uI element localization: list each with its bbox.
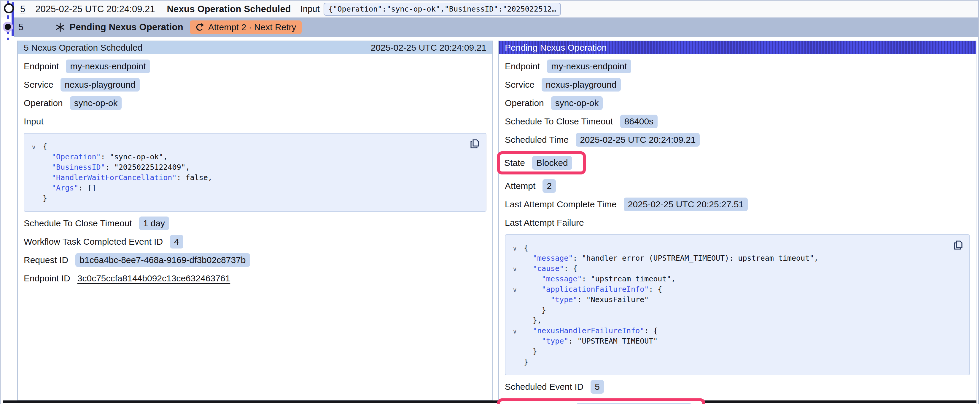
field-value-chip: my-nexus-endpoint bbox=[547, 60, 631, 73]
field-value-chip: 2025-02-25 UTC 20:25:27.51 bbox=[624, 198, 748, 211]
event-timestamp: 2025-02-25 UTC 20:24:09.21 bbox=[35, 4, 155, 14]
field-label: Operation bbox=[24, 98, 63, 108]
field-value-chip: nexus-playground bbox=[542, 78, 621, 92]
field-row: Scheduled Time2025-02-25 UTC 20:24:09.21 bbox=[505, 133, 970, 147]
annotation-highlight-box: StateBlocked bbox=[497, 151, 586, 174]
panel-timestamp: 2025-02-25 UTC 20:24:09.21 bbox=[371, 43, 487, 53]
field-value-chip: 1 day bbox=[139, 217, 169, 230]
field-label: Operation bbox=[505, 98, 544, 108]
field-value-chip: 86400s bbox=[620, 115, 658, 128]
failure-json-viewer: ∨{"message": "handler error (UPSTREAM_TI… bbox=[505, 234, 970, 375]
json-line: }, bbox=[524, 315, 962, 325]
json-line: } bbox=[43, 193, 479, 203]
json-line: ∨"cause": { bbox=[524, 263, 962, 274]
timeline-open-circle-icon bbox=[4, 3, 14, 13]
field-row: Endpoint ID3c0c75ccfa8144b092c13ce632463… bbox=[24, 272, 487, 285]
field-value-chip: 5 bbox=[590, 380, 604, 394]
field-label: Workflow Task Completed Event ID bbox=[24, 237, 163, 247]
panel-body: Endpointmy-nexus-endpointServicenexus-pl… bbox=[18, 54, 492, 291]
field-value-link[interactable]: 3c0c75ccfa8144b092c13ce632463761 bbox=[77, 273, 230, 284]
field-row: Last Attempt Complete Time2025-02-25 UTC… bbox=[505, 198, 970, 211]
pending-operation-panel: Pending Nexus Operation Endpointmy-nexus… bbox=[498, 41, 977, 404]
json-line: "HandlerWaitForCancellation": false, bbox=[43, 173, 479, 183]
json-line: "BusinessID": "20250225122409", bbox=[43, 162, 479, 173]
field-row: Endpointmy-nexus-endpoint bbox=[24, 60, 487, 73]
collapse-chevron-icon[interactable]: ∨ bbox=[512, 326, 517, 337]
panel-body: Endpointmy-nexus-endpointServicenexus-pl… bbox=[499, 54, 976, 404]
event-id-link[interactable]: 5 bbox=[18, 22, 24, 33]
event-input-preview[interactable]: {"Operation":"sync-op-ok","BusinessID":"… bbox=[324, 3, 561, 16]
field-label: Schedule To Close Timeout bbox=[505, 116, 613, 127]
copy-icon[interactable] bbox=[469, 138, 480, 150]
json-line: "Operation": "sync-op-ok", bbox=[43, 152, 479, 162]
json-line: ∨"nexusHandlerFailureInfo": { bbox=[524, 325, 962, 336]
copy-icon[interactable] bbox=[952, 239, 963, 251]
event-detail-header: 5 Nexus Operation Scheduled 2025-02-25 U… bbox=[18, 41, 492, 54]
collapse-chevron-icon[interactable]: ∨ bbox=[512, 244, 517, 254]
collapse-chevron-icon[interactable]: ∨ bbox=[32, 142, 36, 152]
field-value-chip: nexus-playground bbox=[60, 78, 140, 92]
field-value-chip: my-nexus-endpoint bbox=[66, 60, 150, 73]
field-label: State bbox=[504, 158, 525, 168]
retry-badge[interactable]: Attempt 2 · Next Retry bbox=[190, 21, 302, 34]
field-label: Input bbox=[24, 116, 44, 127]
history-view: 5 2025-02-25 UTC 20:24:09.21 Nexus Opera… bbox=[0, 0, 979, 404]
field-value-chip: sync-op-ok bbox=[70, 96, 122, 110]
field-row: Attempt2 bbox=[505, 179, 970, 193]
pending-operation-header: Pending Nexus Operation bbox=[499, 41, 976, 54]
field-value-chip: b1c6a4bc-8ee7-468a-9169-df3b02c8737b bbox=[75, 253, 250, 267]
event-id-link[interactable]: 5 bbox=[20, 4, 25, 14]
collapse-chevron-icon[interactable]: ∨ bbox=[512, 264, 517, 274]
field-label: Service bbox=[24, 80, 53, 90]
field-label: Scheduled Event ID bbox=[505, 382, 584, 392]
timeline-filled-circle-icon bbox=[5, 24, 11, 30]
field-value-chip: 2025-02-25 UTC 20:24:09.21 bbox=[576, 133, 700, 147]
json-line: "Args": [] bbox=[43, 183, 479, 193]
pending-event-title: Pending Nexus Operation bbox=[69, 22, 183, 33]
section-label-row: Last Attempt Failure bbox=[505, 216, 970, 230]
field-value-chip: Blocked bbox=[532, 156, 572, 170]
field-row: Servicenexus-playground bbox=[24, 78, 487, 92]
panel-title: 5 Nexus Operation Scheduled bbox=[24, 43, 142, 53]
event-row-scheduled[interactable]: 5 2025-02-25 UTC 20:24:09.21 Nexus Opera… bbox=[1, 1, 978, 17]
scroll-gutter-border bbox=[978, 1, 979, 404]
field-label: Endpoint ID bbox=[24, 273, 70, 284]
field-label: Attempt bbox=[505, 181, 535, 191]
field-row: Endpointmy-nexus-endpoint bbox=[505, 60, 970, 73]
json-line: ∨{ bbox=[43, 141, 479, 152]
field-label: Request ID bbox=[24, 255, 68, 265]
field-row: Workflow Task Completed Event ID4 bbox=[24, 235, 487, 249]
field-label: Service bbox=[505, 80, 535, 90]
field-label: Last Attempt Complete Time bbox=[505, 199, 617, 209]
field-value-chip: 2 bbox=[542, 179, 556, 193]
field-label: Last Attempt Failure bbox=[505, 218, 584, 228]
json-line: } bbox=[524, 356, 962, 367]
next-section-divider bbox=[3, 401, 977, 403]
field-row: Schedule To Close Timeout1 day bbox=[24, 217, 487, 230]
section-label-row: Input bbox=[24, 115, 487, 128]
json-line: ∨"applicationFailureInfo": { bbox=[524, 284, 962, 295]
retry-badge-label: Attempt 2 · Next Retry bbox=[208, 22, 296, 32]
event-input-label: Input bbox=[301, 4, 320, 14]
field-label: Endpoint bbox=[24, 61, 59, 71]
field-row: StateBlocked bbox=[505, 151, 970, 174]
field-label: Endpoint bbox=[505, 61, 540, 71]
event-detail-panel: 5 Nexus Operation Scheduled 2025-02-25 U… bbox=[17, 41, 493, 401]
event-title: Nexus Operation Scheduled bbox=[167, 4, 291, 14]
field-row: Servicenexus-playground bbox=[505, 78, 970, 92]
field-row: Operationsync-op-ok bbox=[505, 96, 970, 110]
json-line: } bbox=[524, 305, 962, 315]
field-value-chip: sync-op-ok bbox=[551, 96, 603, 110]
json-line: "type": "NexusFailure" bbox=[524, 295, 962, 305]
pending-asterisk-icon bbox=[55, 22, 65, 32]
field-label: Scheduled Time bbox=[505, 135, 569, 145]
panel-title: Pending Nexus Operation bbox=[505, 43, 607, 53]
collapse-chevron-icon[interactable]: ∨ bbox=[512, 285, 517, 295]
field-row: Schedule To Close Timeout86400s bbox=[505, 115, 970, 128]
field-row: Operationsync-op-ok bbox=[24, 96, 487, 110]
json-line: } bbox=[524, 346, 962, 356]
retry-icon bbox=[195, 23, 204, 32]
json-line: "type": "UPSTREAM_TIMEOUT" bbox=[524, 336, 962, 346]
annotation-highlight-box: Blocked ReasonThe circuit breaker is ope… bbox=[497, 398, 705, 404]
event-row-pending[interactable]: 5 Pending Nexus Operation Attempt 2 · Ne… bbox=[14, 17, 978, 37]
